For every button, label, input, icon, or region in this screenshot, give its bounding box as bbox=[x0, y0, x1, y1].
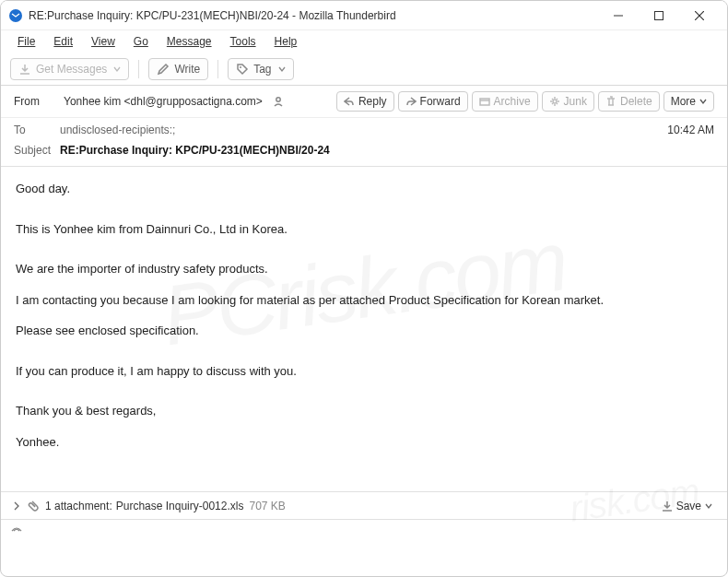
to-row: To undisclosed-recipients:; 10:42 AM bbox=[1, 118, 727, 138]
maximize-button[interactable] bbox=[639, 1, 679, 30]
to-label: To bbox=[14, 124, 60, 136]
menu-file[interactable]: File bbox=[10, 33, 42, 50]
svg-rect-2 bbox=[655, 11, 663, 19]
junk-button[interactable]: Junk bbox=[542, 91, 594, 112]
write-button[interactable]: Write bbox=[148, 58, 208, 80]
save-attachment-button[interactable]: Save bbox=[656, 498, 718, 514]
message-time: 10:42 AM bbox=[667, 124, 714, 136]
attachment-icon bbox=[27, 500, 40, 512]
delete-button[interactable]: Delete bbox=[598, 91, 660, 112]
subject-row: Subject RE:Purchase Inquiry: KPC/PU-231(… bbox=[1, 138, 727, 167]
attachment-filename[interactable]: Purchase Inquiry-0012.xls bbox=[116, 500, 244, 512]
svg-rect-7 bbox=[480, 99, 489, 105]
reply-label: Reply bbox=[358, 95, 387, 108]
body-line: We are the importer of industry safety p… bbox=[16, 260, 712, 278]
menu-message[interactable]: Message bbox=[159, 33, 219, 50]
from-row: From Yonhee kim <dhl@grupposactigna.com>… bbox=[1, 86, 727, 118]
forward-label: Forward bbox=[420, 95, 461, 108]
attachment-count: 1 attachment: bbox=[45, 500, 112, 512]
close-button[interactable] bbox=[679, 1, 720, 30]
body-line: I am contacting you because I am looking… bbox=[16, 291, 712, 310]
junk-label: Junk bbox=[564, 95, 587, 108]
forward-button[interactable]: Forward bbox=[398, 91, 468, 112]
toolbar-divider bbox=[217, 60, 218, 78]
from-label: From bbox=[14, 95, 60, 108]
minimize-button[interactable] bbox=[598, 1, 639, 30]
attachment-size: 707 KB bbox=[249, 500, 285, 512]
archive-label: Archive bbox=[494, 95, 531, 108]
message-body: Good day. This is Yonhee kim from Dainnu… bbox=[1, 167, 727, 491]
svg-point-9 bbox=[553, 100, 557, 103]
body-line: This is Yonhee kim from Dainnuri Co., Lt… bbox=[16, 220, 712, 239]
expand-attachments-button[interactable] bbox=[10, 501, 23, 511]
more-button[interactable]: More bbox=[663, 91, 714, 112]
delete-label: Delete bbox=[620, 95, 652, 108]
menu-tools[interactable]: Tools bbox=[223, 33, 264, 50]
svg-point-5 bbox=[240, 66, 241, 68]
body-line: Yonhee. bbox=[16, 433, 712, 452]
menu-edit[interactable]: Edit bbox=[46, 33, 80, 50]
tag-button[interactable]: Tag bbox=[228, 58, 293, 80]
body-line: Good day. bbox=[16, 180, 712, 198]
contact-icon[interactable] bbox=[272, 95, 285, 108]
to-value: undisclosed-recipients:; bbox=[60, 124, 175, 136]
body-line: Please see enclosed specification. bbox=[16, 322, 712, 340]
attachment-bar: 1 attachment: Purchase Inquiry-0012.xls … bbox=[1, 491, 727, 519]
body-line: If you can produce it, I am happy to dis… bbox=[16, 362, 712, 381]
menu-help[interactable]: Help bbox=[267, 33, 305, 50]
menubar: File Edit View Go Message Tools Help bbox=[1, 30, 727, 53]
connection-status-icon[interactable] bbox=[10, 524, 23, 537]
subject-value: RE:Purchase Inquiry: KPC/PU-231(MECH)NBI… bbox=[60, 144, 330, 157]
reply-button[interactable]: Reply bbox=[336, 91, 394, 112]
get-messages-label: Get Messages bbox=[36, 63, 107, 76]
subject-label: Subject bbox=[14, 144, 60, 157]
more-label: More bbox=[671, 95, 696, 108]
toolbar: Get Messages Write Tag bbox=[1, 53, 727, 86]
write-label: Write bbox=[174, 63, 200, 76]
from-value: Yonhee kim <dhl@grupposactigna.com> bbox=[64, 95, 263, 108]
thunderbird-icon bbox=[8, 8, 23, 23]
statusbar bbox=[1, 519, 727, 541]
body-line: Thank you & best regards, bbox=[16, 402, 712, 420]
toolbar-divider bbox=[138, 60, 139, 78]
menu-view[interactable]: View bbox=[84, 33, 123, 50]
menu-go[interactable]: Go bbox=[126, 33, 156, 50]
save-label: Save bbox=[676, 500, 701, 512]
archive-button[interactable]: Archive bbox=[472, 91, 538, 112]
svg-point-0 bbox=[9, 9, 22, 22]
tag-label: Tag bbox=[253, 63, 271, 76]
window-title: RE:Purchase Inquiry: KPC/PU-231(MECH)NBI… bbox=[29, 9, 598, 22]
svg-point-6 bbox=[276, 98, 280, 101]
get-messages-button[interactable]: Get Messages bbox=[10, 58, 129, 80]
